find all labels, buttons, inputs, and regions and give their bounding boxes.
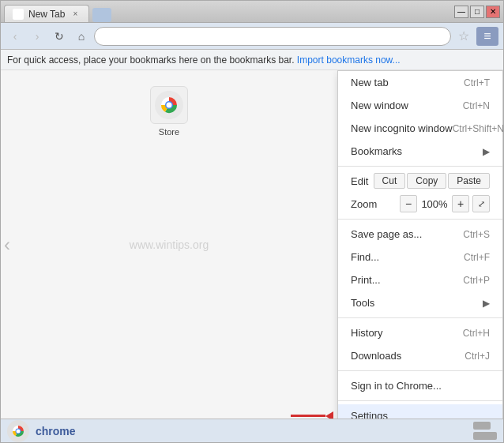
minimize-button[interactable]: —	[454, 6, 468, 18]
chrome-logo-icon	[7, 420, 29, 442]
menu-save-page-label: Save page as...	[351, 228, 422, 240]
menu-item-new-window[interactable]: New window Ctrl+N	[338, 94, 502, 117]
new-tab-button[interactable]	[92, 8, 111, 22]
apps-grid: Store	[1, 70, 337, 152]
menu-history-label: History	[351, 327, 382, 339]
menu-edit-label: Edit	[351, 175, 374, 187]
arrow-line	[291, 415, 325, 417]
fullscreen-icon: ⤢	[478, 199, 485, 209]
chrome-menu-button[interactable]: ≡	[476, 27, 498, 46]
menu-new-window-label: New window	[351, 99, 408, 111]
bookmark-star-button[interactable]: ☆	[454, 27, 473, 46]
menu-print-shortcut: Ctrl+P	[463, 275, 490, 286]
menu-copy-button[interactable]: Copy	[407, 173, 446, 189]
dropdown-menu: New tab Ctrl+T New window Ctrl+N New inc…	[337, 70, 503, 419]
menu-new-tab-shortcut: Ctrl+T	[464, 77, 490, 88]
window-controls: — □ ✕	[454, 6, 500, 18]
status-indicators	[473, 422, 497, 440]
close-button[interactable]: ✕	[486, 6, 500, 18]
menu-separator-1	[338, 166, 502, 167]
new-tab-page: ‹	[1, 70, 337, 419]
menu-separator-4	[338, 370, 502, 371]
browser-window: New Tab × — □ ✕ ‹ › ↻ ⌂ ☆ ≡	[0, 0, 504, 443]
menu-new-tab-label: New tab	[351, 77, 389, 88]
menu-find-label: Find...	[351, 251, 379, 263]
maximize-button[interactable]: □	[470, 6, 484, 18]
menu-item-settings[interactable]: Settings	[338, 404, 502, 419]
menu-downloads-shortcut: Ctrl+J	[465, 351, 490, 362]
forward-icon: ›	[36, 30, 39, 43]
store-icon-img	[150, 86, 188, 124]
menu-zoom-label: Zoom	[351, 198, 395, 210]
settings-arrow-indicator	[291, 411, 333, 419]
menu-separator-2	[338, 219, 502, 220]
menu-new-incognito-shortcut: Ctrl+Shift+N	[453, 123, 503, 134]
menu-edit-row: Edit Cut Copy Paste	[338, 170, 502, 192]
zoom-minus-button[interactable]: −	[400, 195, 417, 212]
menu-item-new-tab[interactable]: New tab Ctrl+T	[338, 71, 502, 94]
back-button[interactable]: ‹	[6, 27, 24, 46]
chrome-brand-name: chrome	[36, 425, 76, 437]
menu-settings-label: Settings	[351, 410, 388, 419]
menu-item-print[interactable]: Print... Ctrl+P	[338, 268, 502, 291]
menu-downloads-label: Downloads	[351, 350, 401, 362]
home-icon: ⌂	[78, 30, 85, 43]
menu-item-new-incognito[interactable]: New incognito window Ctrl+Shift+N	[338, 117, 502, 140]
tab-label: New Tab	[28, 9, 65, 20]
chrome-store-svg	[155, 91, 183, 119]
menu-separator-5	[338, 400, 502, 401]
menu-item-sign-in[interactable]: Sign in to Chrome...	[338, 374, 502, 397]
reload-button[interactable]: ↻	[50, 27, 69, 46]
menu-zoom-row: Zoom − 100% + ⤢	[338, 192, 502, 216]
menu-item-tools[interactable]: Tools ▶	[338, 291, 502, 314]
menu-find-shortcut: Ctrl+F	[464, 252, 490, 263]
status-bar: chrome	[1, 419, 503, 442]
watermark: www.wintips.org	[130, 238, 209, 251]
menu-paste-button[interactable]: Paste	[448, 173, 490, 189]
dropdown-menu-container: New tab Ctrl+T New window Ctrl+N New inc…	[337, 70, 503, 419]
home-button[interactable]: ⌂	[72, 27, 91, 46]
menu-print-label: Print...	[351, 274, 381, 286]
tab-area: New Tab ×	[4, 1, 454, 22]
store-label: Store	[159, 127, 179, 137]
forward-button[interactable]: ›	[28, 27, 47, 46]
svg-point-7	[17, 429, 21, 433]
menu-new-incognito-label: New incognito window	[351, 122, 453, 134]
menu-item-downloads[interactable]: Downloads Ctrl+J	[338, 344, 502, 367]
menu-new-window-shortcut: Ctrl+N	[463, 100, 490, 111]
title-bar: New Tab × — □ ✕	[1, 1, 503, 23]
tab-favicon	[13, 9, 24, 20]
menu-item-bookmarks[interactable]: Bookmarks ▶	[338, 140, 502, 163]
menu-edit-buttons: Cut Copy Paste	[374, 173, 490, 189]
zoom-fullscreen-button[interactable]: ⤢	[472, 195, 490, 212]
menu-tools-arrow: ▶	[483, 298, 490, 309]
zoom-value: 100%	[420, 198, 449, 210]
menu-history-shortcut: Ctrl+H	[463, 328, 490, 339]
bookmark-bar-text: For quick access, place your bookmarks h…	[7, 54, 295, 66]
status-right-indicators	[473, 422, 497, 440]
menu-item-find[interactable]: Find... Ctrl+F	[338, 246, 502, 268]
svg-point-3	[167, 103, 172, 108]
status-indicator-app	[473, 432, 497, 440]
zoom-plus-button[interactable]: +	[452, 195, 469, 212]
star-icon: ☆	[458, 28, 469, 43]
zoom-control: − 100% + ⤢	[400, 195, 490, 212]
nav-arrow-left[interactable]: ‹	[4, 234, 10, 256]
tab-close-button[interactable]: ×	[70, 9, 81, 20]
hamburger-icon: ≡	[483, 29, 491, 43]
store-app-icon[interactable]: Store	[141, 86, 197, 137]
import-bookmarks-link[interactable]: Import bookmarks now...	[297, 54, 401, 66]
nav-bar: ‹ › ↻ ⌂ ☆ ≡	[1, 23, 503, 50]
menu-bookmarks-arrow: ▶	[483, 146, 490, 157]
arrow-head	[325, 411, 333, 419]
menu-save-page-shortcut: Ctrl+S	[463, 229, 490, 240]
menu-item-history[interactable]: History Ctrl+H	[338, 321, 502, 344]
menu-cut-button[interactable]: Cut	[374, 173, 406, 189]
menu-item-save-page[interactable]: Save page as... Ctrl+S	[338, 223, 502, 246]
status-indicator-m	[473, 422, 491, 430]
browser-body: ‹	[1, 70, 503, 419]
bookmark-bar: For quick access, place your bookmarks h…	[1, 50, 503, 70]
menu-separator-3	[338, 317, 502, 318]
address-bar[interactable]	[94, 27, 451, 46]
browser-tab[interactable]: New Tab ×	[4, 5, 89, 22]
